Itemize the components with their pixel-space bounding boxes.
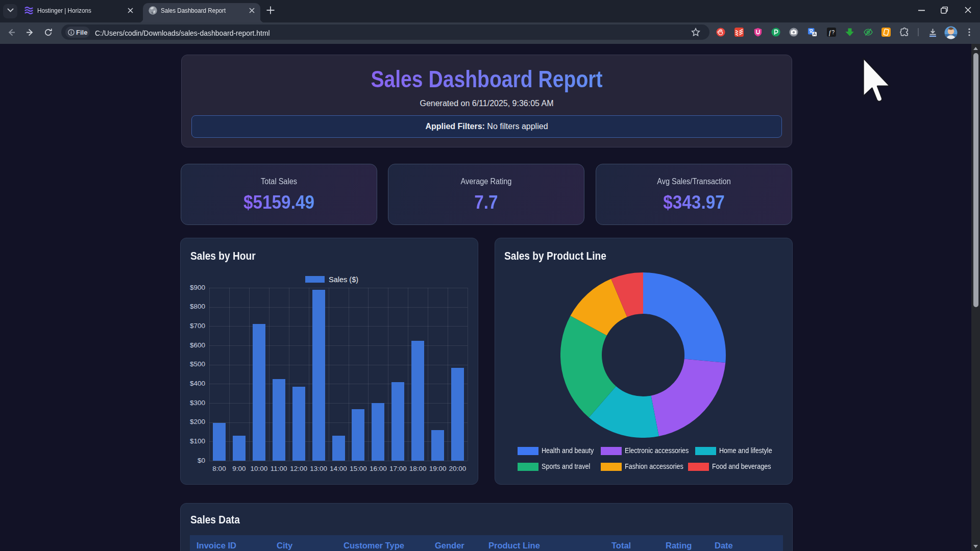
svg-text:?: ? [832, 30, 835, 35]
